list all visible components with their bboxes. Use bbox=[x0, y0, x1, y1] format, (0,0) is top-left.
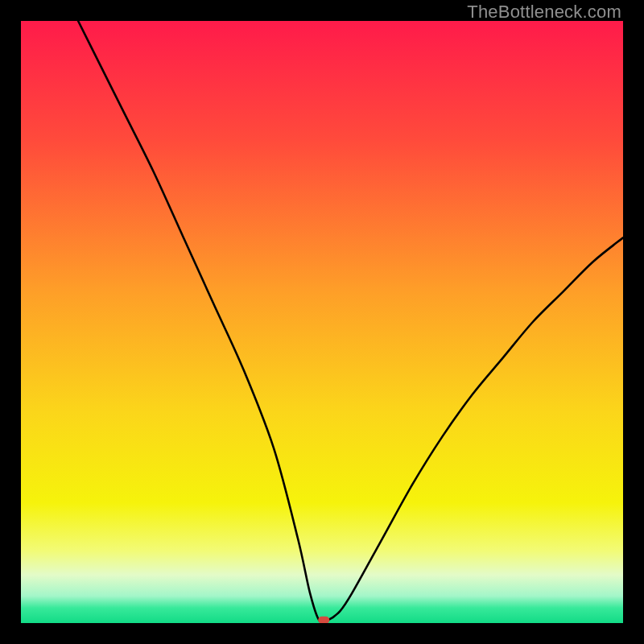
optimal-point-marker bbox=[318, 617, 329, 623]
watermark-text: TheBottleneck.com bbox=[467, 2, 621, 23]
bottleneck-plot bbox=[21, 21, 623, 623]
chart-frame bbox=[21, 21, 623, 623]
